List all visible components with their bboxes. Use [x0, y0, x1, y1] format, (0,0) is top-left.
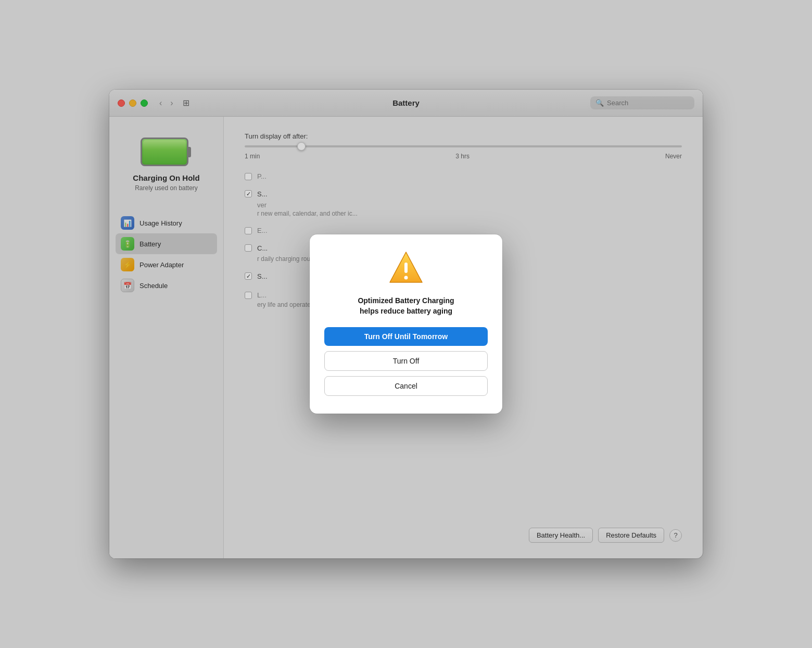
cancel-button[interactable]: Cancel: [324, 376, 488, 396]
dialog-title: Optimized Battery Charginghelps reduce b…: [358, 296, 454, 316]
modal-overlay: Optimized Battery Charginghelps reduce b…: [109, 90, 703, 558]
turn-off-until-tomorrow-button[interactable]: Turn Off Until Tomorrow: [324, 327, 488, 346]
svg-point-2: [404, 276, 408, 280]
mac-window: ‹ › ⊞ Battery 🔍 Charging On Hold Rarely …: [109, 90, 703, 558]
dialog: Optimized Battery Charginghelps reduce b…: [310, 234, 502, 413]
svg-rect-1: [404, 263, 408, 273]
turn-off-button[interactable]: Turn Off: [324, 351, 488, 371]
warning-icon: [388, 250, 424, 286]
